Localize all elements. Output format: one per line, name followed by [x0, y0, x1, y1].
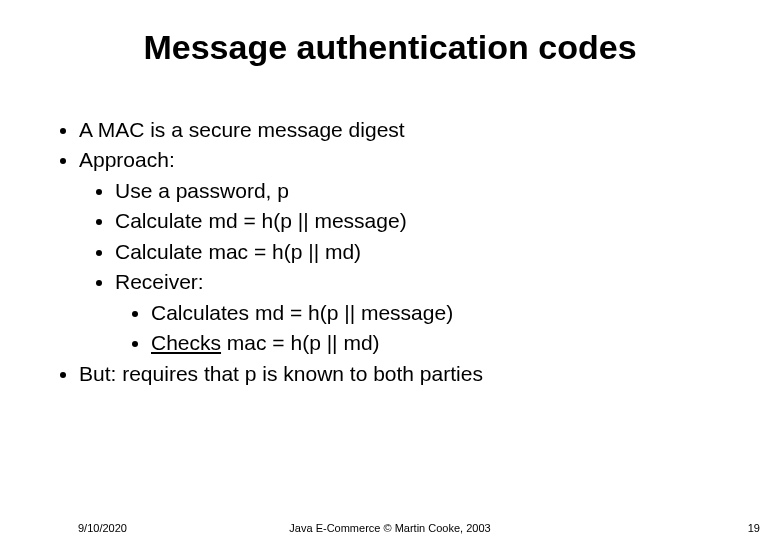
bullet-item: But: requires that p is known to both pa… — [79, 359, 740, 389]
bullet-item: Receiver: Calculates md = h(p || message… — [115, 267, 740, 358]
bullet-item: Calculate mac = h(p || md) — [115, 237, 740, 267]
bullet-item: Use a password, p — [115, 176, 740, 206]
bullet-list-level-3: Calculates md = h(p || message) Checks m… — [115, 298, 740, 359]
bullet-item: Checks mac = h(p || md) — [151, 328, 740, 358]
bullet-text: mac = h(p || md) — [221, 331, 380, 354]
bullet-item: A MAC is a secure message digest — [79, 115, 740, 145]
footer-center: Java E-Commerce © Martin Cooke, 2003 — [0, 522, 780, 534]
footer-page-number: 19 — [748, 522, 760, 534]
bullet-item: Calculates md = h(p || message) — [151, 298, 740, 328]
slide-title: Message authentication codes — [0, 28, 780, 67]
bullet-text-underline: Checks — [151, 331, 221, 354]
bullet-item: Calculate md = h(p || message) — [115, 206, 740, 236]
bullet-list-level-2: Use a password, p Calculate md = h(p || … — [79, 176, 740, 359]
slide: Message authentication codes A MAC is a … — [0, 0, 780, 540]
bullet-text: Receiver: — [115, 270, 204, 293]
slide-body: A MAC is a secure message digest Approac… — [55, 115, 740, 389]
bullet-list-level-1: A MAC is a secure message digest Approac… — [55, 115, 740, 389]
bullet-text: Approach: — [79, 148, 175, 171]
bullet-item: Approach: Use a password, p Calculate md… — [79, 145, 740, 358]
